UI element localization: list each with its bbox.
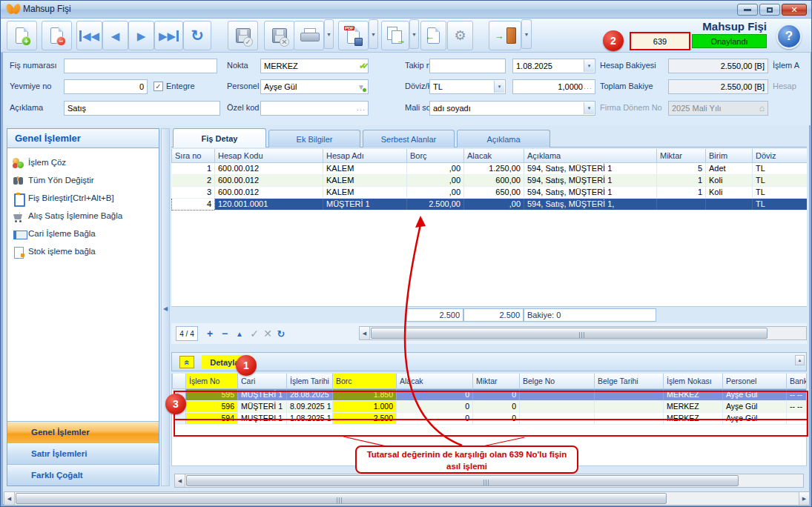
- table-row[interactable]: 2600.00.012KALEM,00600,00594, Satış, MÜŞ…: [172, 174, 808, 186]
- save-cancel-button[interactable]: ✕: [264, 21, 294, 50]
- kur-input[interactable]: 1,0000···: [512, 79, 595, 94]
- scroll-up-icon[interactable]: ▲: [795, 355, 805, 365]
- ellipsis-icon[interactable]: ···: [584, 84, 593, 92]
- column-header[interactable]: Sıra no: [172, 149, 215, 162]
- add-row-button[interactable]: +: [202, 325, 217, 342]
- collapse-details-button[interactable]: «: [179, 356, 194, 368]
- column-header[interactable]: Personel: [723, 374, 787, 388]
- tarih-input[interactable]: 1.08.2025▼: [512, 59, 595, 73]
- tab-ek-bilgiler[interactable]: Ek Bilgiler: [268, 130, 360, 148]
- voucher-lines-grid[interactable]: Sıra noHesap KoduHesap AdıBorçAlacakAçık…: [171, 149, 807, 307]
- table-row[interactable]: 1600.00.012KALEM,001.250,00594, Satış, M…: [172, 162, 808, 174]
- sidebar-item-islem-coz[interactable]: İşlem Çöz: [7, 154, 159, 172]
- column-header[interactable]: İşlem Tarihi: [287, 374, 333, 388]
- scrollbar-thumb[interactable]: [16, 493, 667, 504]
- aciklama-input[interactable]: Satış: [64, 101, 220, 116]
- column-header[interactable]: Hesap Adı: [323, 149, 407, 162]
- record-number-field[interactable]: 639: [630, 32, 690, 50]
- cancel-row-button[interactable]: ✕: [260, 325, 275, 342]
- details-horizontal-scrollbar[interactable]: ◀: [174, 474, 804, 488]
- scrollbar-thumb[interactable]: [186, 475, 739, 486]
- sidebar-tab-satir-islemleri[interactable]: Satır İşlemleri: [7, 443, 159, 464]
- scroll-right-icon[interactable]: ▶: [799, 492, 809, 505]
- save-button[interactable]: ✓: [228, 21, 258, 50]
- exit-dropdown-button[interactable]: ▼: [521, 19, 532, 49]
- panel-splitter[interactable]: ◀: [161, 128, 170, 486]
- column-header[interactable]: Cari: [238, 374, 287, 388]
- table-row[interactable]: 596MÜŞTERİ 18.09.2025 11.00000MERKEZAyşe…: [173, 400, 808, 412]
- column-header[interactable]: [173, 374, 186, 388]
- import-document-button[interactable]: ←: [420, 21, 446, 50]
- confirm-row-button[interactable]: ✓: [247, 325, 262, 342]
- nokta-input[interactable]: MERKEZ✔✔: [260, 59, 369, 73]
- column-header[interactable]: Alacak: [464, 149, 524, 162]
- sidebar-tab-farkli-cogalt[interactable]: Farklı Çoğalt: [7, 464, 159, 486]
- tab-aciklama[interactable]: Açıklama: [457, 130, 550, 148]
- column-header[interactable]: İşlem No: [186, 374, 238, 388]
- next-record-button[interactable]: ▶: [128, 21, 154, 50]
- first-record-button[interactable]: ◀◀: [76, 21, 102, 50]
- new-record-button[interactable]: +: [7, 21, 37, 50]
- chevron-down-icon[interactable]: ▼: [584, 102, 594, 114]
- entegre-checkbox[interactable]: ✓: [154, 82, 163, 91]
- refresh-button[interactable]: ↻: [183, 21, 211, 50]
- sidebar-tab-genel-islemler[interactable]: Genel İşlemler: [7, 421, 159, 443]
- refresh-rows-button[interactable]: ↻: [274, 325, 288, 342]
- copy-dropdown-button[interactable]: ▼: [409, 19, 419, 49]
- table-row[interactable]: 3600.00.012KALEM,00650,00594, Satış, MÜŞ…: [172, 186, 808, 198]
- takip-no-input[interactable]: [429, 59, 506, 73]
- last-record-button[interactable]: ▶▶: [154, 21, 183, 50]
- edit-row-button[interactable]: ▲: [232, 325, 247, 342]
- table-row[interactable]: ▸595MÜŞTERİ 128.08.20251.85000MERKEZAyşe…: [173, 388, 808, 400]
- close-button[interactable]: ✕: [782, 4, 807, 16]
- prev-record-button[interactable]: ◀: [102, 21, 128, 50]
- column-header[interactable]: Belge No: [520, 374, 595, 388]
- column-header[interactable]: Birim: [706, 149, 753, 162]
- mali-sorumlu-select[interactable]: adı soyadı▼: [429, 101, 595, 116]
- ozel-kod-input[interactable]: ···: [260, 101, 369, 116]
- grid-horizontal-scrollbar[interactable]: ◀: [359, 326, 807, 340]
- sidebar-item-fis-birlestir[interactable]: Fiş Birleştir[Ctrl+Alt+B]: [7, 190, 159, 208]
- copy-document-button[interactable]: →: [381, 21, 409, 50]
- table-row[interactable]: 594MUŞTERI 11.08.2025 12.50000MERKEZAyşe…: [173, 412, 808, 424]
- doviz-select[interactable]: TL▼: [429, 79, 506, 94]
- column-header[interactable]: Belge Tarihi: [595, 374, 664, 388]
- minimize-button[interactable]: [737, 4, 758, 16]
- fis-numarasi-input[interactable]: [64, 59, 217, 73]
- scrollbar-thumb[interactable]: [371, 328, 768, 339]
- chevron-down-icon[interactable]: ▼: [494, 81, 504, 93]
- column-header[interactable]: Borc: [333, 374, 397, 388]
- sidebar-item-cari-isleme-bagla[interactable]: Cari İşleme Bağla: [7, 225, 159, 243]
- horizontal-scrollbar[interactable]: ◀ ▶: [4, 491, 810, 506]
- delete-record-button[interactable]: −: [42, 21, 72, 50]
- help-button[interactable]: ?: [776, 24, 802, 49]
- column-header[interactable]: Borç: [407, 149, 464, 162]
- column-header[interactable]: Döviz: [753, 149, 808, 162]
- print-button[interactable]: [294, 21, 324, 50]
- table-row[interactable]: 4120.001.0001MÜŞTERİ 12.500,00,00594, Sa…: [172, 198, 808, 210]
- tab-fis-detay[interactable]: Fiş Detay: [173, 128, 266, 148]
- sidebar-item-tum-yon-degistir[interactable]: Tüm Yön Değiştir: [7, 172, 159, 190]
- calendar-dropdown-icon[interactable]: ▼: [584, 60, 594, 72]
- column-header[interactable]: Banka: [787, 374, 808, 388]
- sidebar-item-stok-isleme-bagla[interactable]: Stok işleme bağla: [7, 243, 159, 261]
- column-header[interactable]: Açıklama: [524, 149, 657, 162]
- export-pdf-button[interactable]: PDF: [338, 21, 369, 50]
- delete-row-button[interactable]: −: [217, 325, 232, 342]
- column-header[interactable]: Miktar: [657, 149, 706, 162]
- maximize-button[interactable]: [759, 4, 780, 16]
- sidebar-item-alis-satis-bagla[interactable]: Alış Satış İşlemine Bağla: [7, 208, 159, 225]
- ellipsis-icon[interactable]: ···: [357, 106, 366, 113]
- column-header[interactable]: Hesap Kodu: [215, 149, 323, 162]
- personel-input[interactable]: Ayşe Gül▼: [260, 79, 369, 94]
- export-pdf-dropdown-button[interactable]: ▼: [369, 19, 378, 49]
- column-header[interactable]: Miktar: [473, 374, 520, 388]
- column-header[interactable]: İşlem Nokası: [664, 374, 723, 388]
- settings-button[interactable]: ⚙: [447, 21, 473, 50]
- yevmiye-input[interactable]: 0: [64, 79, 148, 94]
- column-header[interactable]: Alacak: [397, 374, 473, 388]
- scroll-left-icon[interactable]: ◀: [175, 474, 185, 487]
- tab-serbest-alanlar[interactable]: Serbest Alanlar: [363, 130, 455, 148]
- scroll-left-icon[interactable]: ◀: [360, 327, 370, 339]
- print-dropdown-button[interactable]: ▼: [324, 19, 334, 49]
